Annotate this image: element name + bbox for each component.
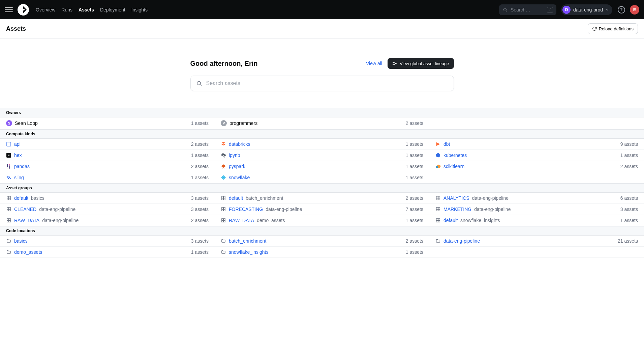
compute-kind-row[interactable]: databricks1 assets	[215, 139, 429, 150]
svg-line-6	[200, 84, 201, 85]
dbt-icon	[435, 141, 441, 147]
code-location-row[interactable]: demo_assets1 assets	[0, 247, 215, 258]
nav-deployment[interactable]: Deployment	[100, 7, 125, 12]
view-lineage-button[interactable]: View global asset lineage	[388, 58, 454, 69]
code-location-row[interactable]: batch_enrichment2 assets	[215, 236, 429, 247]
svg-rect-40	[436, 208, 438, 209]
svg-rect-7	[7, 142, 11, 146]
pyspark-icon	[221, 164, 226, 169]
asset-search[interactable]	[190, 76, 454, 91]
svg-rect-52	[436, 219, 438, 220]
asset-search-input[interactable]	[206, 80, 448, 86]
logo-icon[interactable]	[18, 4, 29, 16]
groups-header: Asset groups	[0, 183, 644, 193]
asset-count: 2 assets	[191, 164, 209, 169]
asset-group-row[interactable]: default basics3 assets	[0, 193, 215, 204]
nav-insights[interactable]: Insights	[131, 7, 148, 12]
search-icon	[196, 80, 202, 86]
group-name: default	[14, 195, 28, 201]
compute-kind-row[interactable]: sling1 assets	[0, 172, 215, 183]
asset-count: 3 assets	[191, 238, 209, 244]
svg-rect-39	[224, 210, 225, 211]
svg-rect-17	[9, 164, 10, 165]
asset-group-row[interactable]: RAW_DATA demo_assets1 assets	[215, 215, 429, 226]
menu-icon[interactable]	[5, 6, 13, 14]
code-location-name: batch_enrichment	[229, 238, 266, 244]
asset-group-row[interactable]: MARKETING data-eng-pipeline3 assets	[429, 204, 644, 215]
nav-overview[interactable]: Overview	[36, 7, 55, 12]
asset-group-row[interactable]: default batch_enrichment2 assets	[215, 193, 429, 204]
refresh-icon	[592, 26, 597, 31]
asset-count: 2 assets	[620, 164, 638, 169]
asset-group-row[interactable]: FORECASTING data-eng-pipeline7 assets	[215, 204, 429, 215]
compute-kind-row[interactable]: pyspark1 assets	[215, 161, 429, 172]
api-icon	[6, 141, 11, 147]
svg-rect-38	[222, 210, 223, 211]
svg-rect-23	[9, 198, 11, 200]
compute-kind-row[interactable]: snowflake1 assets	[215, 172, 429, 183]
hero: Good afternoon, Erin View all View globa…	[184, 58, 461, 91]
compute-kind-row[interactable]: scikitlearn2 assets	[429, 161, 644, 172]
asset-group-row[interactable]: default snowflake_insights1 assets	[429, 215, 644, 226]
compute-kind-row[interactable]: api2 assets	[0, 139, 215, 150]
reload-definitions-button[interactable]: Reload definitions	[588, 23, 638, 34]
owner-row[interactable]: Pprogrammers2 assets	[215, 117, 429, 129]
svg-rect-27	[224, 198, 225, 200]
code-location-row[interactable]: basics3 assets	[0, 236, 215, 247]
compute-kind-row[interactable]: kubernetes1 assets	[429, 150, 644, 161]
group-icon	[435, 207, 441, 212]
group-name: default	[443, 218, 458, 223]
workspace-badge: D	[562, 6, 571, 14]
workspace-selector[interactable]: D data-eng-prod	[561, 4, 612, 15]
group-name: FORECASTING	[229, 207, 263, 212]
asset-group-row[interactable]: CLEANED data-eng-pipeline3 assets	[0, 204, 215, 215]
group-icon	[6, 218, 11, 223]
compute-kind-row[interactable]: pandas2 assets	[0, 161, 215, 172]
asset-group-row[interactable]: RAW_DATA data-eng-pipeline2 assets	[0, 215, 215, 226]
scikitlearn-icon	[435, 164, 441, 169]
compute-kind-row[interactable]: Hhex1 assets	[0, 150, 215, 161]
page-title: Assets	[6, 25, 26, 32]
svg-rect-25	[224, 196, 225, 198]
svg-rect-30	[436, 198, 438, 200]
nav-runs[interactable]: Runs	[61, 7, 72, 12]
svg-point-10	[223, 155, 224, 156]
snowflake-icon	[221, 175, 226, 180]
asset-count: 2 assets	[406, 238, 423, 244]
help-icon[interactable]: ?	[618, 6, 625, 13]
svg-rect-28	[436, 196, 438, 198]
chevron-down-icon	[606, 8, 609, 11]
nav-assets[interactable]: Assets	[79, 7, 94, 12]
search-icon	[502, 7, 508, 12]
page-header: Assets Reload definitions	[0, 19, 644, 38]
owner-name: Sean Lopp	[15, 120, 38, 126]
svg-rect-29	[438, 196, 440, 198]
compute-kind-row[interactable]: ipynb1 assets	[215, 150, 429, 161]
svg-rect-53	[438, 219, 440, 220]
svg-rect-41	[438, 208, 440, 209]
compute-kind-name: ipynb	[229, 153, 240, 158]
asset-count: 2 assets	[406, 120, 423, 126]
code-location-row[interactable]: data-eng-pipeline21 assets	[429, 236, 644, 247]
svg-rect-45	[9, 219, 11, 220]
group-location: batch_enrichment	[246, 195, 283, 201]
compute-kind-row[interactable]: dbt9 assets	[429, 139, 644, 150]
asset-count: 1 assets	[406, 218, 423, 223]
search-placeholder: Search…	[511, 7, 530, 12]
view-all-link[interactable]: View all	[366, 61, 382, 66]
code-location-row[interactable]: snowflake_insights1 assets	[215, 247, 429, 258]
code-location-name: snowflake_insights	[229, 249, 269, 255]
global-search[interactable]: Search… /	[499, 4, 556, 15]
groups-grid: default basics3 assetsdefault batch_enri…	[0, 193, 644, 226]
owner-row[interactable]: SSean Lopp1 assets	[0, 117, 215, 129]
compute-grid: api2 assetsdatabricks1 assetsdbt9 assets…	[0, 139, 644, 183]
svg-point-4	[396, 63, 396, 64]
group-location: data-eng-pipeline	[474, 207, 511, 212]
top-nav: Overview Runs Assets Deployment Insights…	[0, 0, 644, 19]
user-avatar[interactable]: E	[630, 5, 639, 15]
asset-group-row[interactable]: ANALYTICS data-eng-pipeline6 assets	[429, 193, 644, 204]
compute-kind-name: databricks	[229, 141, 250, 147]
svg-rect-15	[9, 165, 10, 168]
code-location-name: basics	[14, 238, 28, 244]
group-name: RAW_DATA	[229, 218, 254, 223]
